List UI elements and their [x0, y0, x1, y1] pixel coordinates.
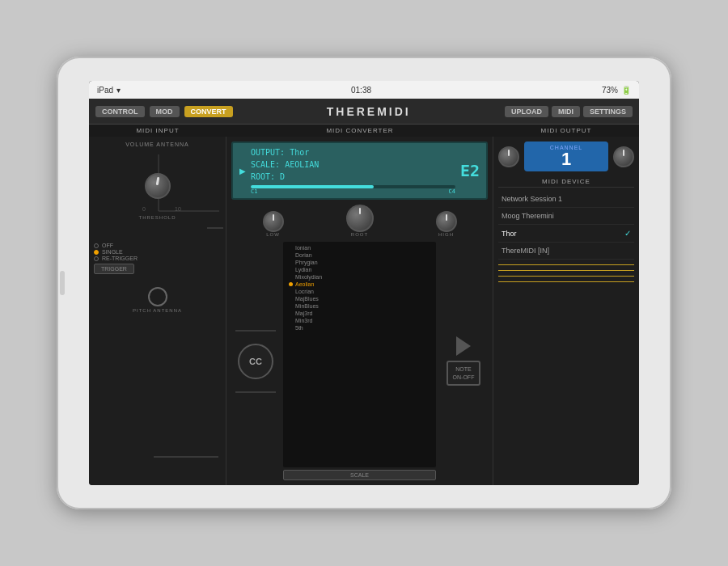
ipad-screen: iPad ▾ 01:38 73% 🔋 CONTROL MOD CONVERT T…: [89, 81, 639, 485]
root-knob[interactable]: [346, 205, 374, 232]
header-right-buttons: UPLOAD MIDI SETTINGS: [505, 106, 633, 117]
note-onoff-block: NOTEON-OFF: [447, 361, 481, 385]
pitch-antenna-label: PITCH ANTENNA: [94, 308, 221, 313]
scale-item-maj3rd[interactable]: Maj3rd: [286, 310, 434, 317]
lcd-display: ▶ OUTPUT: Thor SCALE: AEOLIAN ROOT: D C1…: [231, 142, 488, 200]
checkmark-icon: ✓: [624, 229, 631, 238]
single-dot: [94, 250, 99, 255]
lcd-play-button[interactable]: ▶: [239, 167, 246, 175]
retrigger-label: RE-TRIGGER: [102, 256, 138, 261]
root-knob-label: ROOT: [346, 232, 374, 237]
low-knob-label: LOW: [263, 232, 284, 237]
device-list: Network Session 1 Moog Theremini Thor ✓ …: [498, 191, 634, 260]
trigger-off-radio[interactable]: OFF: [94, 243, 221, 248]
status-right: 73% 🔋: [602, 86, 631, 95]
minblues-dot: [289, 304, 293, 308]
retrigger-dot: [94, 256, 99, 261]
device-thor-label: Thor: [502, 230, 517, 238]
scale-item-ionian[interactable]: Ionian: [286, 244, 434, 251]
midi-output-panel: CHANNEL 1 MIDI DEVICE Network Session 1: [493, 137, 639, 485]
lcd-note: E2: [460, 161, 480, 180]
maj3rd-dot: [289, 311, 293, 315]
midi-converter-panel: ▶ OUTPUT: Thor SCALE: AEOLIAN ROOT: D C1…: [226, 137, 493, 485]
settings-button[interactable]: SETTINGS: [583, 106, 633, 117]
midi-output-section-label: MIDI OUTPUT: [493, 125, 639, 137]
lcd-bar-right: C4: [448, 188, 455, 195]
low-knob[interactable]: [263, 211, 284, 232]
separator-4: [498, 281, 634, 282]
device-item-network[interactable]: Network Session 1: [498, 191, 634, 208]
scale-item-majblues[interactable]: MajBlues: [286, 295, 434, 302]
status-bar: iPad ▾ 01:38 73% 🔋: [89, 81, 639, 99]
lcd-line1: OUTPUT: Thor: [251, 146, 455, 158]
note-triangle: [456, 336, 471, 356]
pitch-circle: [148, 287, 167, 306]
single-label: SINGLE: [102, 249, 123, 255]
locrian-dot: [289, 289, 293, 294]
battery-label: 73%: [602, 86, 618, 95]
device-item-thor[interactable]: Thor ✓: [498, 225, 634, 243]
svg-text:10: 10: [175, 206, 181, 212]
midi-converter-section-label: MIDI CONVERTER: [226, 125, 493, 137]
device-network-label: Network Session 1: [502, 195, 562, 203]
lcd-line3: ROOT: D: [251, 171, 455, 183]
svg-text:0: 0: [142, 206, 146, 212]
scale-item-locrian[interactable]: Locrian: [286, 288, 434, 295]
mixolydian-dot: [289, 275, 293, 279]
ipad-label: iPad: [97, 86, 113, 95]
convert-tab[interactable]: CONVERT: [184, 106, 233, 117]
lydian-dot: [289, 268, 293, 272]
trigger-section: OFF SINGLE RE-TRIGGER TRIGGER: [94, 243, 221, 274]
output-knob[interactable]: [498, 146, 519, 167]
channel-number: 1: [531, 150, 602, 168]
lcd-bar-fill: [251, 185, 374, 188]
separator-1: [498, 264, 634, 265]
lcd-bar-left: C1: [251, 188, 257, 195]
off-dot: [94, 243, 99, 248]
separator-3: [498, 276, 634, 277]
device-item-theremidi[interactable]: ThereMIDI [IN]: [498, 243, 634, 260]
scale-button[interactable]: SCALE: [283, 470, 436, 480]
scale-item-phrygian[interactable]: Phrygian: [286, 259, 434, 266]
upload-button[interactable]: UPLOAD: [505, 106, 548, 117]
app-title: THEREMIDI: [238, 105, 500, 118]
battery-icon: 🔋: [621, 86, 631, 95]
dorian-dot: [289, 253, 293, 257]
aeolian-dot: [289, 282, 293, 286]
scale-item-dorian[interactable]: Dorian: [286, 251, 434, 259]
scale-list: Ionian Dorian Phrygian Lydian Mixolydian…: [283, 242, 436, 467]
scale-item-mixolydian[interactable]: Mixolydian: [286, 273, 434, 281]
device-moog-label: Moog Theremini: [502, 212, 554, 220]
midi-button[interactable]: MIDI: [552, 106, 580, 117]
scale-item-minblues[interactable]: MinBlues: [286, 302, 434, 310]
scale-item-5th[interactable]: 5th: [286, 324, 434, 332]
channel-box: CHANNEL 1: [524, 142, 608, 171]
ipad-shell: iPad ▾ 01:38 73% 🔋 CONTROL MOD CONVERT T…: [57, 57, 671, 509]
trigger-button[interactable]: TRIGGER: [94, 264, 134, 274]
midi-device-label: MIDI DEVICE: [498, 176, 634, 188]
wifi-icon: ▾: [116, 86, 121, 95]
device-item-moog[interactable]: Moog Theremini: [498, 208, 634, 225]
high-knob-label: HIGH: [436, 232, 457, 237]
control-tab[interactable]: CONTROL: [95, 106, 145, 117]
trigger-retrigger-radio[interactable]: RE-TRIGGER: [94, 256, 221, 261]
lcd-bar: [251, 185, 455, 188]
lcd-bar-labels: C1 C4: [251, 188, 455, 195]
app-header: CONTROL MOD CONVERT THEREMIDI UPLOAD MID…: [89, 99, 639, 125]
output-top: CHANNEL 1: [498, 142, 634, 171]
trigger-single-radio[interactable]: SINGLE: [94, 249, 221, 255]
cc-block: CC: [238, 344, 273, 379]
scale-item-lydian[interactable]: Lydian: [286, 266, 434, 273]
off-label: OFF: [102, 243, 113, 248]
scale-item-aeolian[interactable]: Aeolian: [286, 281, 434, 288]
pitch-antenna: PITCH ANTENNA: [94, 287, 221, 313]
mod-tab[interactable]: MOD: [150, 106, 180, 117]
main-content: VOLUME ANTENNA 0 10: [89, 137, 639, 485]
scale-item-min3rd[interactable]: Min3rd: [286, 317, 434, 324]
phrygian-dot: [289, 260, 293, 264]
high-knob[interactable]: [436, 211, 457, 232]
majblues-dot: [289, 297, 293, 301]
midi-input-panel: VOLUME ANTENNA 0 10: [89, 137, 226, 485]
ipad-side-button[interactable]: [60, 271, 65, 295]
output-knob2[interactable]: [613, 146, 634, 167]
